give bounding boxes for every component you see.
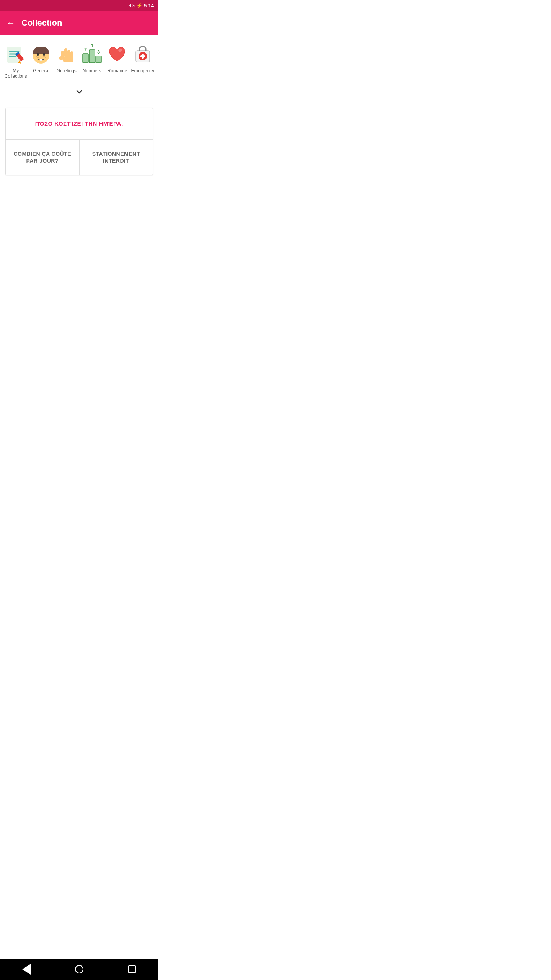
card-parking-text: STATIONNEMENT INTERDIT xyxy=(92,151,140,164)
category-my-collections[interactable]: My Collections xyxy=(3,43,28,79)
status-bar: 4G ⚡ 5:14 xyxy=(0,0,158,11)
svg-rect-21 xyxy=(83,54,88,63)
categories-container: My Collections xyxy=(0,35,158,83)
svg-rect-25 xyxy=(96,56,101,63)
svg-text:1: 1 xyxy=(91,44,93,49)
category-label-my-collections: My Collections xyxy=(3,68,28,79)
svg-text:2: 2 xyxy=(84,47,87,52)
svg-text:3: 3 xyxy=(97,49,100,55)
status-icons: 4G ⚡ 5:14 xyxy=(129,3,154,8)
category-label-greetings: Greetings xyxy=(57,68,77,74)
category-greetings[interactable]: Greetings xyxy=(54,43,79,74)
greetings-icon xyxy=(55,43,78,66)
my-collections-icon xyxy=(4,43,27,66)
signal-icon: 4G xyxy=(129,3,135,8)
svg-rect-23 xyxy=(89,50,95,63)
time-display: 5:14 xyxy=(144,3,154,8)
card-top: ΠΌΣΟ ΚΟΣΤΊΖΕΙ ΤΗΝ ΗΜΈΡΑ; xyxy=(6,108,153,140)
card-french-text: COMBIEN ÇA COÛTE PAR JOUR? xyxy=(13,151,71,164)
svg-point-12 xyxy=(43,56,45,57)
svg-point-11 xyxy=(37,57,39,58)
emergency-icon xyxy=(131,43,154,66)
svg-point-13 xyxy=(45,57,46,58)
category-numbers[interactable]: 2 1 3 Numbers xyxy=(80,43,104,74)
category-emergency[interactable]: Emergency xyxy=(130,43,155,74)
category-label-romance: Romance xyxy=(108,68,127,74)
categories-row: My Collections xyxy=(0,43,158,79)
category-label-general: General xyxy=(33,68,49,74)
phrase-card: ΠΌΣΟ ΚΟΣΤΊΖΕΙ ΤΗΝ ΗΜΈΡΑ; COMBIEN ÇA COÛT… xyxy=(5,108,153,175)
svg-rect-15 xyxy=(64,48,67,57)
general-icon xyxy=(29,43,52,66)
expand-chevron[interactable] xyxy=(0,83,158,101)
page-title: Collection xyxy=(21,18,62,28)
card-greek-text: ΠΌΣΟ ΚΟΣΤΊΖΕΙ ΤΗΝ ΗΜΈΡΑ; xyxy=(35,120,123,127)
chevron-down-icon xyxy=(75,87,84,96)
category-general[interactable]: General xyxy=(29,43,53,74)
svg-point-10 xyxy=(36,56,37,57)
battery-icon: ⚡ xyxy=(136,3,142,8)
card-bottom: COMBIEN ÇA COÛTE PAR JOUR? STATIONNEMENT… xyxy=(6,140,153,175)
svg-point-20 xyxy=(59,56,64,60)
app-bar: ← Collection xyxy=(0,11,158,35)
card-french-text-container[interactable]: COMBIEN ÇA COÛTE PAR JOUR? xyxy=(6,140,80,175)
category-label-numbers: Numbers xyxy=(83,68,101,74)
numbers-icon: 2 1 3 xyxy=(80,43,103,66)
svg-point-9 xyxy=(43,53,45,56)
category-romance[interactable]: Romance xyxy=(105,43,129,74)
svg-rect-31 xyxy=(140,55,145,57)
svg-rect-14 xyxy=(40,59,42,61)
back-button[interactable]: ← xyxy=(6,18,15,28)
category-label-emergency: Emergency xyxy=(131,68,154,74)
romance-icon xyxy=(106,43,129,66)
svg-point-8 xyxy=(37,53,39,56)
card-parking-text-container[interactable]: STATIONNEMENT INTERDIT xyxy=(80,140,153,175)
svg-rect-19 xyxy=(63,57,73,62)
